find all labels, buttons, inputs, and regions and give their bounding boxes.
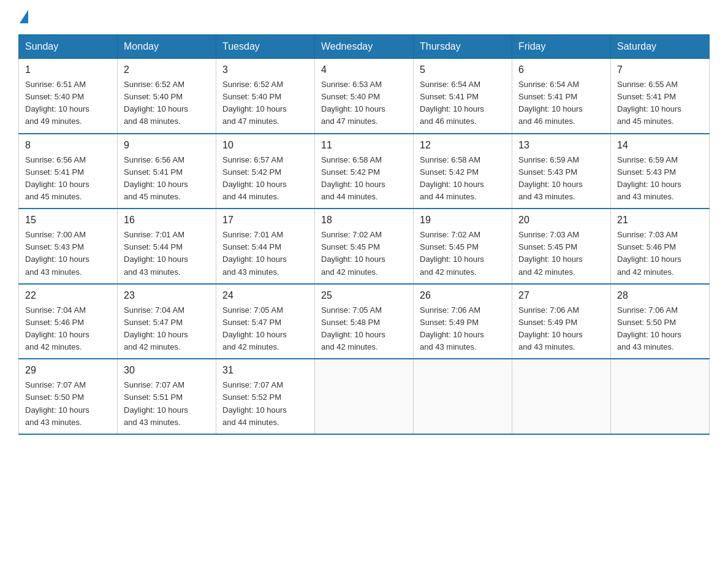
calendar-cell: 1Sunrise: 6:51 AMSunset: 5:40 PMDaylight… xyxy=(19,59,118,134)
day-info: Sunrise: 6:56 AMSunset: 5:41 PMDaylight:… xyxy=(25,155,89,201)
calendar-cell: 7Sunrise: 6:55 AMSunset: 5:41 PMDaylight… xyxy=(611,59,710,134)
day-number: 20 xyxy=(518,213,605,228)
day-info: Sunrise: 6:56 AMSunset: 5:41 PMDaylight:… xyxy=(124,155,188,201)
day-info: Sunrise: 6:52 AMSunset: 5:40 PMDaylight:… xyxy=(124,80,188,126)
day-info: Sunrise: 6:58 AMSunset: 5:42 PMDaylight:… xyxy=(420,155,484,201)
calendar-cell: 4Sunrise: 6:53 AMSunset: 5:40 PMDaylight… xyxy=(315,59,414,134)
calendar-cell xyxy=(512,359,611,434)
day-number: 3 xyxy=(222,63,309,77)
day-number: 16 xyxy=(124,213,211,228)
calendar-cell: 25Sunrise: 7:05 AMSunset: 5:48 PMDayligh… xyxy=(315,284,414,359)
day-number: 24 xyxy=(222,288,309,303)
col-header-monday: Monday xyxy=(118,35,216,59)
day-info: Sunrise: 7:04 AMSunset: 5:47 PMDaylight:… xyxy=(124,305,188,351)
col-header-wednesday: Wednesday xyxy=(315,35,414,59)
calendar-cell: 30Sunrise: 7:07 AMSunset: 5:51 PMDayligh… xyxy=(118,359,216,434)
day-info: Sunrise: 7:05 AMSunset: 5:48 PMDaylight:… xyxy=(321,305,385,351)
week-row-3: 15Sunrise: 7:00 AMSunset: 5:43 PMDayligh… xyxy=(19,209,710,284)
calendar-cell: 12Sunrise: 6:58 AMSunset: 5:42 PMDayligh… xyxy=(414,134,512,209)
day-info: Sunrise: 7:06 AMSunset: 5:49 PMDaylight:… xyxy=(518,305,583,351)
day-info: Sunrise: 6:54 AMSunset: 5:41 PMDaylight:… xyxy=(420,80,484,126)
calendar-cell: 6Sunrise: 6:54 AMSunset: 5:41 PMDaylight… xyxy=(512,59,611,134)
day-info: Sunrise: 7:06 AMSunset: 5:50 PMDaylight:… xyxy=(617,305,681,351)
day-number: 9 xyxy=(124,138,211,153)
calendar-cell: 2Sunrise: 6:52 AMSunset: 5:40 PMDaylight… xyxy=(118,59,216,134)
calendar-cell: 11Sunrise: 6:58 AMSunset: 5:42 PMDayligh… xyxy=(315,134,414,209)
day-number: 2 xyxy=(124,63,211,77)
day-number: 23 xyxy=(124,288,211,303)
calendar-cell: 20Sunrise: 7:03 AMSunset: 5:45 PMDayligh… xyxy=(512,209,611,284)
calendar-cell: 23Sunrise: 7:04 AMSunset: 5:47 PMDayligh… xyxy=(118,284,216,359)
calendar-cell: 16Sunrise: 7:01 AMSunset: 5:44 PMDayligh… xyxy=(118,209,216,284)
day-number: 30 xyxy=(124,363,211,378)
calendar-cell: 5Sunrise: 6:54 AMSunset: 5:41 PMDaylight… xyxy=(414,59,512,134)
logo xyxy=(18,12,28,23)
day-info: Sunrise: 6:57 AMSunset: 5:42 PMDaylight:… xyxy=(222,155,287,201)
calendar-cell: 17Sunrise: 7:01 AMSunset: 5:44 PMDayligh… xyxy=(216,209,315,284)
day-number: 7 xyxy=(617,63,704,77)
day-number: 19 xyxy=(420,213,507,228)
week-row-5: 29Sunrise: 7:07 AMSunset: 5:50 PMDayligh… xyxy=(19,359,710,434)
calendar-cell: 8Sunrise: 6:56 AMSunset: 5:41 PMDaylight… xyxy=(19,134,118,209)
calendar-table: SundayMondayTuesdayWednesdayThursdayFrid… xyxy=(18,34,710,435)
calendar-cell: 27Sunrise: 7:06 AMSunset: 5:49 PMDayligh… xyxy=(512,284,611,359)
day-number: 25 xyxy=(321,288,408,303)
day-info: Sunrise: 7:02 AMSunset: 5:45 PMDaylight:… xyxy=(420,230,484,276)
day-number: 17 xyxy=(222,213,309,228)
day-number: 13 xyxy=(518,138,605,153)
day-number: 5 xyxy=(420,63,507,77)
calendar-cell: 10Sunrise: 6:57 AMSunset: 5:42 PMDayligh… xyxy=(216,134,315,209)
week-row-4: 22Sunrise: 7:04 AMSunset: 5:46 PMDayligh… xyxy=(19,284,710,359)
calendar-cell: 3Sunrise: 6:52 AMSunset: 5:40 PMDaylight… xyxy=(216,59,315,134)
day-number: 18 xyxy=(321,213,408,228)
day-number: 21 xyxy=(617,213,704,228)
page-header xyxy=(18,12,710,23)
day-info: Sunrise: 7:06 AMSunset: 5:49 PMDaylight:… xyxy=(420,305,484,351)
day-info: Sunrise: 6:54 AMSunset: 5:41 PMDaylight:… xyxy=(518,80,583,126)
day-info: Sunrise: 7:07 AMSunset: 5:50 PMDaylight:… xyxy=(25,380,89,426)
day-number: 26 xyxy=(420,288,507,303)
day-info: Sunrise: 6:55 AMSunset: 5:41 PMDaylight:… xyxy=(617,80,681,126)
day-number: 28 xyxy=(617,288,704,303)
logo-triangle-icon xyxy=(20,10,28,23)
calendar-cell: 18Sunrise: 7:02 AMSunset: 5:45 PMDayligh… xyxy=(315,209,414,284)
calendar-header-row: SundayMondayTuesdayWednesdayThursdayFrid… xyxy=(19,35,710,59)
day-number: 11 xyxy=(321,138,408,153)
col-header-friday: Friday xyxy=(512,35,611,59)
day-number: 27 xyxy=(518,288,605,303)
day-number: 29 xyxy=(25,363,112,378)
col-header-saturday: Saturday xyxy=(611,35,710,59)
week-row-2: 8Sunrise: 6:56 AMSunset: 5:41 PMDaylight… xyxy=(19,134,710,209)
col-header-thursday: Thursday xyxy=(414,35,512,59)
day-number: 14 xyxy=(617,138,704,153)
day-number: 8 xyxy=(25,138,112,153)
day-info: Sunrise: 6:51 AMSunset: 5:40 PMDaylight:… xyxy=(25,80,89,126)
day-info: Sunrise: 6:59 AMSunset: 5:43 PMDaylight:… xyxy=(518,155,583,201)
calendar-cell: 14Sunrise: 6:59 AMSunset: 5:43 PMDayligh… xyxy=(611,134,710,209)
day-number: 10 xyxy=(222,138,309,153)
calendar-cell: 15Sunrise: 7:00 AMSunset: 5:43 PMDayligh… xyxy=(19,209,118,284)
day-number: 22 xyxy=(25,288,112,303)
calendar-cell: 9Sunrise: 6:56 AMSunset: 5:41 PMDaylight… xyxy=(118,134,216,209)
calendar-cell: 13Sunrise: 6:59 AMSunset: 5:43 PMDayligh… xyxy=(512,134,611,209)
day-info: Sunrise: 6:58 AMSunset: 5:42 PMDaylight:… xyxy=(321,155,385,201)
day-info: Sunrise: 7:07 AMSunset: 5:51 PMDaylight:… xyxy=(124,380,188,426)
day-info: Sunrise: 6:52 AMSunset: 5:40 PMDaylight:… xyxy=(222,80,287,126)
day-number: 15 xyxy=(25,213,112,228)
calendar-cell xyxy=(414,359,512,434)
calendar-cell xyxy=(611,359,710,434)
day-number: 31 xyxy=(222,363,309,378)
col-header-sunday: Sunday xyxy=(19,35,118,59)
day-number: 4 xyxy=(321,63,408,77)
col-header-tuesday: Tuesday xyxy=(216,35,315,59)
day-info: Sunrise: 7:01 AMSunset: 5:44 PMDaylight:… xyxy=(222,230,287,276)
day-info: Sunrise: 7:05 AMSunset: 5:47 PMDaylight:… xyxy=(222,305,287,351)
calendar-cell: 21Sunrise: 7:03 AMSunset: 5:46 PMDayligh… xyxy=(611,209,710,284)
day-number: 1 xyxy=(25,63,112,77)
week-row-1: 1Sunrise: 6:51 AMSunset: 5:40 PMDaylight… xyxy=(19,59,710,134)
calendar-cell: 19Sunrise: 7:02 AMSunset: 5:45 PMDayligh… xyxy=(414,209,512,284)
day-info: Sunrise: 7:03 AMSunset: 5:46 PMDaylight:… xyxy=(617,230,681,276)
day-info: Sunrise: 7:07 AMSunset: 5:52 PMDaylight:… xyxy=(222,380,287,426)
calendar-cell: 24Sunrise: 7:05 AMSunset: 5:47 PMDayligh… xyxy=(216,284,315,359)
day-info: Sunrise: 7:02 AMSunset: 5:45 PMDaylight:… xyxy=(321,230,385,276)
